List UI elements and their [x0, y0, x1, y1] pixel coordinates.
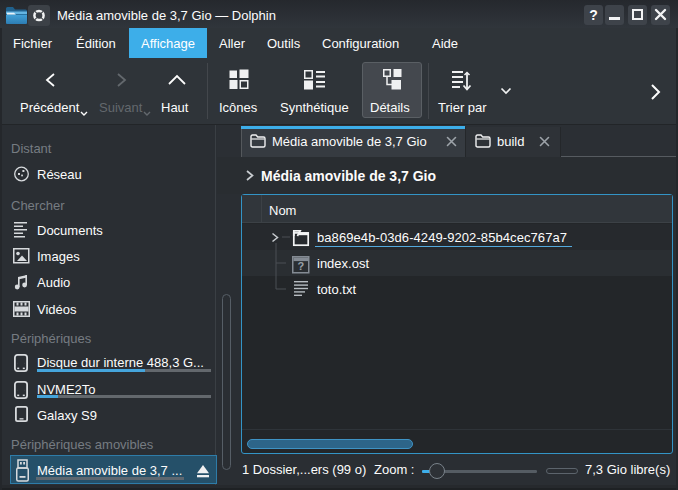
svg-text:?: ? [297, 260, 304, 272]
